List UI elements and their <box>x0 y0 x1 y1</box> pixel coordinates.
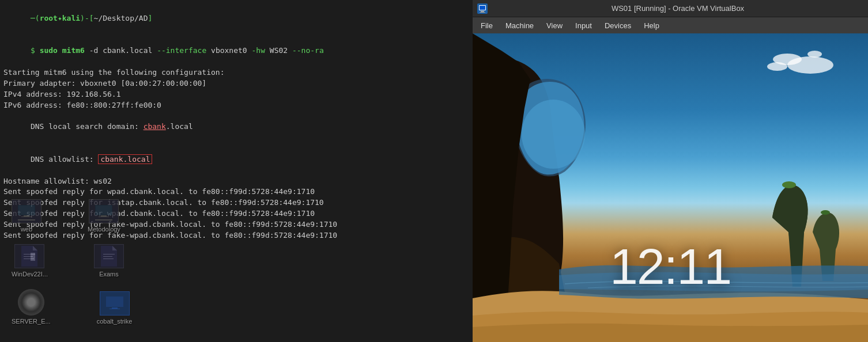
svg-point-29 <box>821 210 830 215</box>
windev-icon-thumb <box>14 244 44 268</box>
term-line-7: DNS allowlist: cbank.local <box>3 143 469 176</box>
vbox-titlebar: WS01 [Running] - Oracle VM VirtualBox <box>473 0 868 17</box>
svg-rect-5 <box>96 206 112 215</box>
terminal-title-line: ─(root✦kali)-[~/Desktop/AD] <box>3 2 469 35</box>
menu-machine[interactable]: Machine <box>500 20 539 32</box>
win-clock: 12:11 <box>473 237 868 296</box>
vbox-menubar: File Machine View Input Devices Help <box>473 17 868 33</box>
vm-display[interactable]: 12:11 <box>473 33 868 342</box>
server-e-icon-label: SERVER_E... <box>12 318 51 325</box>
desktop-icon-exams[interactable]: Exams <box>94 244 124 278</box>
icon-row-1: web Metodology <box>12 199 461 233</box>
svg-rect-10 <box>24 254 35 254</box>
desktop-icon-server-e[interactable]: SERVER_E... <box>12 289 51 325</box>
term-line-8: Hostname allowlist: ws02 <box>3 176 469 187</box>
svg-rect-24 <box>480 6 485 10</box>
web-icon-thumb <box>12 199 41 223</box>
svg-rect-2 <box>24 215 29 216</box>
svg-rect-1 <box>18 206 35 215</box>
svg-rect-11 <box>24 256 33 257</box>
svg-rect-16 <box>103 256 112 257</box>
term-line-3: Primary adapter: vboxnet0 [0a:00:27:00:0… <box>3 78 469 89</box>
svg-rect-19 <box>106 297 123 307</box>
desktop-icon-web[interactable]: web <box>12 199 41 233</box>
terminal-command-line: $ sudo mitm6 -d cbank.local --interface … <box>3 35 469 68</box>
win-lockscreen: 12:11 <box>473 33 868 342</box>
svg-marker-9 <box>33 246 37 250</box>
desktop-icon-windev[interactable]: WinDev22I... <box>12 244 48 278</box>
cobalt-strike-icon-label: cobalt_strike <box>97 318 133 325</box>
menu-devices[interactable]: Devices <box>599 20 637 32</box>
svg-point-27 <box>522 100 585 169</box>
svg-rect-12 <box>24 259 34 259</box>
svg-rect-17 <box>103 259 114 259</box>
vbox-title: WS01 [Running] - Oracle VM VirtualBox <box>492 4 863 13</box>
svg-rect-25 <box>481 11 484 12</box>
metodology-icon-thumb <box>89 199 119 223</box>
icon-row-2: WinDev22I... Exams <box>12 244 461 278</box>
svg-rect-20 <box>112 307 118 309</box>
svg-point-28 <box>782 181 796 188</box>
svg-rect-6 <box>101 215 107 216</box>
cobalt-strike-icon-thumb <box>100 291 130 316</box>
desktop-icons-area: web Metodology <box>0 192 473 342</box>
svg-marker-14 <box>112 246 117 250</box>
exams-icon-thumb <box>94 244 124 268</box>
right-panel: WS01 [Running] - Oracle VM VirtualBox Fi… <box>473 0 868 342</box>
menu-help[interactable]: Help <box>638 20 665 32</box>
svg-rect-7 <box>99 216 109 217</box>
web-icon-label: web <box>21 226 32 233</box>
menu-view[interactable]: View <box>541 20 568 32</box>
term-line-5: IPv6 address: fe80::800:27ff:fe00:0 <box>3 100 469 111</box>
menu-input[interactable]: Input <box>569 20 598 32</box>
term-line-4: IPv4 address: 192.168.56.1 <box>3 89 469 100</box>
left-panel: ─(root✦kali)-[~/Desktop/AD] $ sudo mitm6… <box>0 0 473 342</box>
exams-icon-label: Exams <box>99 271 119 278</box>
desktop-icon-metodology[interactable]: Metodology <box>88 199 120 233</box>
windev-icon-label: WinDev22I... <box>12 271 48 278</box>
server-e-icon-thumb <box>18 289 44 316</box>
svg-rect-3 <box>21 216 32 217</box>
term-line-2: Starting mitm6 using the following confi… <box>3 67 469 78</box>
menu-file[interactable]: File <box>475 20 499 32</box>
metodology-icon-label: Metodology <box>88 226 120 233</box>
term-line-6: DNS local search domain: cbank.local <box>3 111 469 143</box>
svg-rect-21 <box>110 309 120 309</box>
icon-row-3: SERVER_E... cobalt_strike <box>12 289 461 325</box>
svg-rect-26 <box>480 12 485 13</box>
desktop-icon-cobalt-strike[interactable]: cobalt_strike <box>97 291 133 325</box>
vbox-icon <box>477 3 488 14</box>
svg-rect-15 <box>103 254 115 254</box>
